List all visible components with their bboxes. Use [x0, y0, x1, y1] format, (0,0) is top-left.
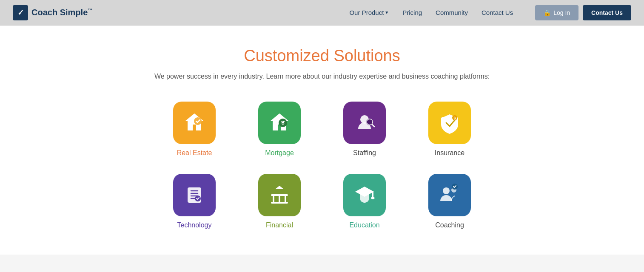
staffing-icon-box	[343, 102, 386, 144]
logo-icon: ✓	[13, 5, 28, 20]
lock-icon: 🔒	[544, 9, 551, 16]
mortgage-label: Mortgage	[265, 149, 294, 157]
mortgage-icon-box: $	[258, 102, 301, 144]
solution-coaching[interactable]: Coaching	[424, 174, 475, 229]
solution-education[interactable]: Education	[339, 174, 390, 229]
chevron-down-icon: ▼	[385, 10, 389, 15]
contact-button[interactable]: Contact Us	[583, 5, 631, 20]
education-icon-box	[343, 174, 386, 216]
solution-staffing[interactable]: Staffing	[339, 102, 390, 157]
coaching-label: Coaching	[435, 221, 464, 229]
real-estate-label: Real Estate	[177, 149, 212, 157]
nav-actions: 🔒 Log In Contact Us	[535, 5, 631, 20]
solution-financial[interactable]: Financial	[254, 174, 305, 229]
financial-icon	[267, 182, 292, 208]
nav-our-product[interactable]: Our Product ▼	[344, 6, 394, 20]
solution-technology[interactable]: Technology	[169, 174, 220, 229]
technology-icon	[182, 182, 207, 208]
coaching-icon	[437, 182, 462, 208]
real-estate-icon	[182, 110, 207, 136]
page-subtitle: We power success in every industry. Lear…	[9, 73, 635, 80]
navbar: ✓ Coach Simple™ Our Product ▼ Pricing Co…	[0, 0, 644, 26]
staffing-label: Staffing	[353, 149, 376, 157]
login-label: Log In	[553, 9, 570, 16]
insurance-icon: $	[437, 110, 462, 136]
staffing-icon	[352, 110, 377, 136]
solutions-row-1: Real Estate $ Mortgage	[169, 102, 475, 157]
financial-icon-box	[258, 174, 301, 216]
svg-rect-18	[279, 196, 280, 203]
technology-icon-box	[173, 174, 216, 216]
main-content: Customized Solutions We power success in…	[0, 26, 644, 255]
solution-real-estate[interactable]: Real Estate	[169, 102, 220, 157]
insurance-icon-box: $	[428, 102, 471, 144]
svg-point-23	[371, 197, 375, 199]
real-estate-icon-box	[173, 102, 216, 144]
solutions-row-2: Technology Financial	[169, 174, 475, 229]
nav-links: Our Product ▼ Pricing Community Contact …	[344, 6, 518, 20]
login-button[interactable]: 🔒 Log In	[535, 5, 578, 20]
svg-text:$: $	[453, 116, 456, 120]
svg-point-21	[362, 188, 367, 193]
svg-rect-22	[372, 192, 373, 198]
logo-text: Coach Simple™	[31, 8, 92, 17]
coaching-icon-box	[428, 174, 471, 216]
svg-rect-17	[273, 196, 274, 203]
insurance-label: Insurance	[435, 149, 464, 157]
svg-rect-16	[271, 194, 288, 196]
nav-community[interactable]: Community	[430, 6, 473, 20]
page-title: Customized Solutions	[9, 47, 635, 65]
education-icon	[352, 182, 377, 208]
solution-mortgage[interactable]: $ Mortgage	[254, 102, 305, 157]
solutions-grid: Real Estate $ Mortgage	[9, 102, 635, 229]
solution-insurance[interactable]: $ Insurance	[424, 102, 475, 157]
logo-tm: ™	[88, 8, 92, 13]
svg-line-7	[372, 125, 374, 127]
mortgage-icon: $	[267, 110, 292, 136]
technology-label: Technology	[177, 221, 212, 229]
education-label: Education	[349, 221, 379, 229]
svg-rect-20	[271, 202, 288, 204]
svg-point-24	[443, 187, 450, 194]
nav-contact-us[interactable]: Contact Us	[476, 6, 518, 20]
financial-label: Financial	[266, 221, 293, 229]
logo[interactable]: ✓ Coach Simple™	[13, 5, 92, 20]
svg-rect-19	[285, 196, 286, 203]
nav-pricing[interactable]: Pricing	[397, 6, 427, 20]
svg-point-1	[194, 117, 202, 125]
logo-name: Coach Simple	[31, 8, 88, 17]
